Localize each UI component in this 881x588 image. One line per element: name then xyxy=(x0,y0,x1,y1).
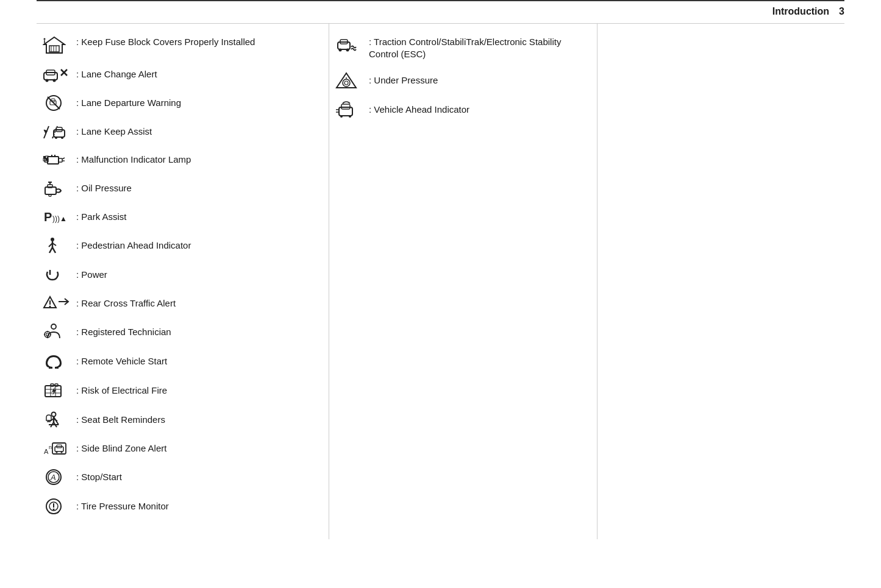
svg-point-5 xyxy=(44,38,46,40)
list-item: : Vehicle Ahead Indicator xyxy=(335,101,585,118)
pedestrian-icon xyxy=(43,237,76,254)
svg-rect-33 xyxy=(46,158,48,161)
svg-text:n: n xyxy=(49,444,52,450)
svg-point-50 xyxy=(51,324,56,329)
pedestrian-text: : Pedestrian Ahead Indicator xyxy=(76,239,191,252)
list-item: : Risk of Electrical Fire xyxy=(43,382,316,399)
svg-point-81 xyxy=(61,452,63,453)
oil-pressure-icon xyxy=(43,180,76,197)
header-page: 3 xyxy=(839,6,844,17)
header-title: Introduction xyxy=(772,6,829,17)
middle-icon-list: : Traction Control/StabiliTrak/Electroni… xyxy=(335,36,585,118)
power-icon xyxy=(43,266,76,283)
svg-point-88 xyxy=(53,509,55,511)
list-item: : Under Pressure xyxy=(335,72,585,89)
remote-start-icon xyxy=(43,353,76,370)
lane-keep-text: : Lane Keep Assist xyxy=(76,126,152,138)
svg-text:A: A xyxy=(44,448,49,455)
remote-start-text: : Remote Vehicle Start xyxy=(76,355,167,367)
under-pressure-icon xyxy=(335,72,369,89)
svg-point-99 xyxy=(340,115,343,118)
svg-point-22 xyxy=(61,136,63,139)
list-item: : Power xyxy=(43,266,316,283)
header-bar: Introduction 3 xyxy=(37,0,844,23)
svg-point-100 xyxy=(349,115,351,118)
list-item: A : Stop/Start xyxy=(43,469,316,486)
list-item: : Traction Control/StabiliTrak/Electroni… xyxy=(335,36,585,60)
traction-icon xyxy=(335,36,369,54)
stop-start-text: : Stop/Start xyxy=(76,471,122,483)
lane-change-icon xyxy=(43,66,76,82)
svg-marker-0 xyxy=(44,37,65,53)
stop-start-icon: A xyxy=(43,469,76,486)
svg-text:A: A xyxy=(50,473,56,482)
column-middle: : Traction Control/StabiliTrak/Electroni… xyxy=(329,24,597,539)
svg-rect-23 xyxy=(48,157,59,164)
list-item: : Keep Fuse Block Covers Properly Instal… xyxy=(43,36,316,54)
svg-rect-1 xyxy=(49,46,59,52)
svg-text:)))▲: )))▲ xyxy=(52,214,67,223)
svg-rect-30 xyxy=(43,156,46,158)
page-container: Introduction 3 xyxy=(0,0,881,588)
svg-text:P: P xyxy=(44,210,52,224)
park-assist-icon: P )))▲ xyxy=(43,209,76,225)
svg-point-65 xyxy=(52,413,56,417)
svg-rect-34 xyxy=(45,187,56,194)
lane-change-text: : Lane Change Alert xyxy=(76,68,157,80)
blind-zone-icon: A n xyxy=(43,441,76,456)
svg-rect-19 xyxy=(54,130,65,137)
left-icon-list: : Keep Fuse Block Covers Properly Instal… xyxy=(43,36,316,515)
lane-keep-icon xyxy=(43,124,76,140)
seatbelt-text: : Seat Belt Reminders xyxy=(76,414,165,426)
list-item: A n : Side Blind Zone Alert xyxy=(43,441,316,456)
svg-point-40 xyxy=(51,238,54,241)
list-item: : Malfunction Indicator Lamp xyxy=(43,152,316,168)
park-assist-text: : Park Assist xyxy=(76,211,127,223)
tech-text: : Registered Technician xyxy=(76,326,171,338)
svg-point-48 xyxy=(49,306,51,308)
svg-line-45 xyxy=(52,247,55,253)
svg-point-92 xyxy=(346,49,349,52)
lane-departure-text: : Lane Departure Warning xyxy=(76,97,181,109)
traction-text: : Traction Control/StabiliTrak/Electroni… xyxy=(369,36,585,60)
electrical-fire-icon xyxy=(43,382,76,399)
lane-departure-icon xyxy=(43,94,76,112)
list-item: : Remote Vehicle Start xyxy=(43,353,316,370)
seatbelt-icon xyxy=(43,411,76,428)
column-left: : Keep Fuse Block Covers Properly Instal… xyxy=(37,24,329,539)
under-pressure-text: : Under Pressure xyxy=(369,74,438,87)
svg-rect-89 xyxy=(338,42,350,49)
tire-pressure-text: : Tire Pressure Monitor xyxy=(76,500,169,512)
list-item: : Rear Cross Traffic Alert xyxy=(43,296,316,311)
svg-line-44 xyxy=(49,247,52,253)
content-area: : Keep Fuse Block Covers Properly Instal… xyxy=(37,23,844,539)
malfunction-text: : Malfunction Indicator Lamp xyxy=(76,154,191,166)
list-item: : Tire Pressure Monitor xyxy=(43,498,316,515)
list-item: : Pedestrian Ahead Indicator xyxy=(43,237,316,254)
rear-cross-icon xyxy=(43,296,76,311)
column-right xyxy=(597,24,841,539)
svg-point-21 xyxy=(55,136,57,139)
vehicle-ahead-text: : Vehicle Ahead Indicator xyxy=(369,104,469,116)
list-item: : Seat Belt Reminders xyxy=(43,411,316,428)
svg-rect-97 xyxy=(339,107,352,116)
tech-icon xyxy=(43,324,76,341)
vehicle-ahead-icon xyxy=(335,101,369,118)
fuse-icon xyxy=(43,36,76,54)
svg-point-91 xyxy=(339,49,342,52)
malfunction-icon xyxy=(43,152,76,168)
list-item: : Lane Departure Warning xyxy=(43,94,316,112)
list-item: P )))▲ : Park Assist xyxy=(43,209,316,225)
svg-marker-93 xyxy=(337,73,356,88)
svg-point-10 xyxy=(53,79,56,82)
oil-pressure-text: : Oil Pressure xyxy=(76,182,132,194)
list-item: : Oil Pressure xyxy=(43,180,316,197)
electrical-fire-text: : Risk of Electrical Fire xyxy=(76,384,167,397)
svg-rect-78 xyxy=(55,447,63,452)
power-text: : Power xyxy=(76,269,107,281)
fuse-text: : Keep Fuse Block Covers Properly Instal… xyxy=(76,36,255,48)
svg-rect-35 xyxy=(48,185,52,188)
rear-cross-text: : Rear Cross Traffic Alert xyxy=(76,297,176,310)
svg-line-28 xyxy=(62,158,65,159)
svg-point-80 xyxy=(56,452,58,453)
